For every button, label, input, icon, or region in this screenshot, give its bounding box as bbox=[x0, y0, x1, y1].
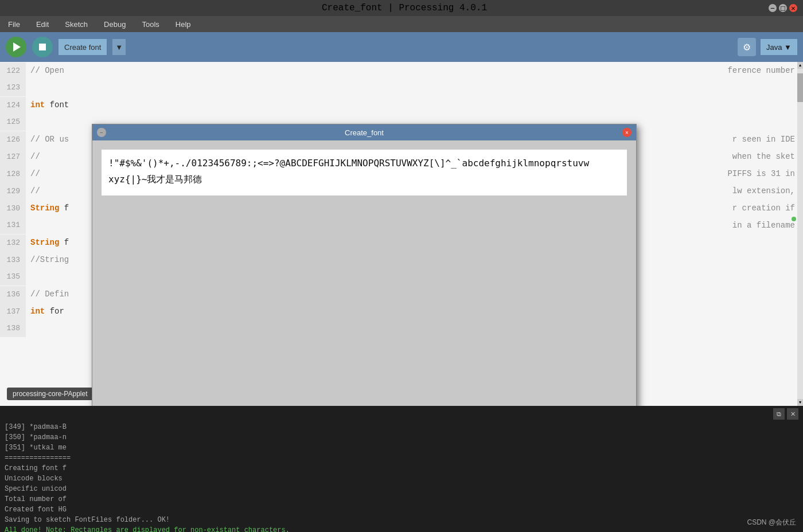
console-line-7: Specific unicod bbox=[5, 484, 798, 494]
scrollbar-up[interactable]: ▲ bbox=[797, 62, 803, 69]
java-dropdown[interactable]: Java ▼ bbox=[761, 39, 797, 55]
console-line-6: Unicode blocks bbox=[5, 474, 798, 484]
console-line-0: [349] *padmaa-B bbox=[5, 422, 798, 432]
tab-arrow[interactable]: ▼ bbox=[112, 39, 126, 55]
code-line-124: 124 int font bbox=[0, 96, 803, 114]
dialog-preview: !"#$%&'()*+,-./0123456789:;<=>?@ABCDEFGH… bbox=[102, 150, 627, 195]
console-line-8: Total number of bbox=[5, 494, 798, 504]
console-line-2: [351] *utkal me bbox=[5, 443, 798, 453]
console-clear-button[interactable]: ✕ bbox=[787, 408, 798, 420]
console-success-line: All done! Note: Rectangles are displayed… bbox=[5, 525, 798, 532]
menu-debug[interactable]: Debug bbox=[100, 19, 129, 30]
dialog-preview-line2: xyz{|}~我才是马邦德 bbox=[108, 173, 620, 186]
scrollbar-down[interactable]: ▼ bbox=[797, 399, 803, 406]
stop-button[interactable] bbox=[32, 37, 53, 57]
dialog-body bbox=[102, 202, 627, 406]
dialog-title-bar: − Create_font × bbox=[92, 124, 636, 140]
minimize-button[interactable]: − bbox=[769, 4, 777, 12]
menu-help[interactable]: Help bbox=[172, 19, 194, 30]
menu-bar: File Edit Sketch Debug Tools Help bbox=[0, 16, 803, 32]
title-bar-controls: − □ × bbox=[769, 4, 797, 12]
console-copy-button[interactable]: ⧉ bbox=[773, 408, 785, 420]
scrollbar-thumb[interactable] bbox=[797, 73, 803, 102]
dialog-title: Create_font bbox=[106, 128, 622, 137]
title-bar-title: Create_font | Processing 4.0.1 bbox=[322, 3, 487, 13]
tab-create-font[interactable]: Create font bbox=[59, 39, 107, 55]
dialog-minimize-button[interactable]: − bbox=[97, 128, 106, 137]
console-line-1: [350] *padmaa-n bbox=[5, 432, 798, 443]
maximize-button[interactable]: □ bbox=[779, 4, 787, 12]
console-line-9: Created font HG bbox=[5, 504, 798, 515]
console-toolbar: ⧉ ✕ bbox=[773, 408, 798, 420]
status-dot bbox=[792, 217, 796, 221]
console-panel: ⧉ ✕ [349] *padmaa-B [350] *padmaa-n [351… bbox=[0, 406, 803, 532]
play-button[interactable] bbox=[6, 37, 26, 57]
code-line-123: 123 bbox=[0, 79, 803, 96]
main-area: 122 // Open ference number 123 124 int f… bbox=[0, 62, 803, 532]
menu-sketch[interactable]: Sketch bbox=[61, 19, 91, 30]
editor-area: 122 // Open ference number 123 124 int f… bbox=[0, 62, 803, 406]
dialog-close-area: × bbox=[622, 128, 632, 137]
dialog-preview-line1: !"#$%&'()*+,-./0123456789:;<=>?@ABCDEFGH… bbox=[108, 157, 620, 170]
menu-edit[interactable]: Edit bbox=[33, 19, 52, 30]
console-line-10: Saving to sketch FontFiles folder... OK! bbox=[5, 515, 798, 525]
console-line-5: Creating font f bbox=[5, 463, 798, 474]
dialog-controls: − bbox=[97, 128, 106, 137]
console-line-4: ================ bbox=[5, 453, 798, 463]
code-line-122: 122 // Open ference number bbox=[0, 62, 803, 79]
dialog-content: !"#$%&'()*+,-./0123456789:;<=>?@ABCDEFGH… bbox=[92, 140, 636, 406]
dialog-close-button[interactable]: × bbox=[622, 128, 632, 137]
watermark: CSDN @会伏丘 bbox=[747, 518, 796, 527]
settings-icon-button[interactable]: ⚙ bbox=[738, 38, 756, 56]
editor-scrollbar[interactable]: ▲ ▼ bbox=[797, 62, 803, 406]
close-button[interactable]: × bbox=[789, 4, 797, 12]
console-output: [349] *padmaa-B [350] *padmaa-n [351] *u… bbox=[0, 406, 803, 532]
menu-tools[interactable]: Tools bbox=[138, 19, 162, 30]
create-font-dialog: − Create_font × !"#$%&'()*+,-./012345678… bbox=[92, 124, 637, 406]
toolbar-right: ⚙ Java ▼ bbox=[738, 38, 797, 56]
toolbar: Create font ▼ ⚙ Java ▼ bbox=[0, 32, 803, 62]
menu-file[interactable]: File bbox=[5, 19, 24, 30]
title-bar: Create_font | Processing 4.0.1 − □ × bbox=[0, 0, 803, 16]
